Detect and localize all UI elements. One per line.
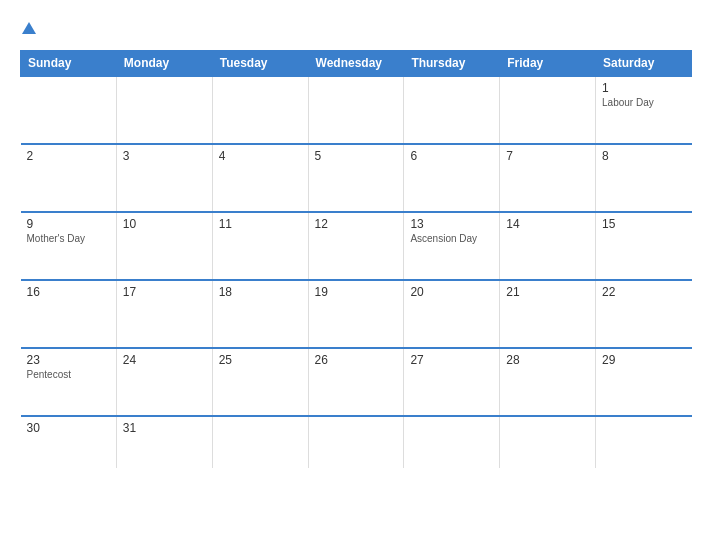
calendar-cell: 19 bbox=[308, 280, 404, 348]
calendar-cell: 27 bbox=[404, 348, 500, 416]
day-number: 12 bbox=[315, 217, 398, 231]
calendar-week-5: 23Pentecost242526272829 bbox=[21, 348, 692, 416]
day-number: 8 bbox=[602, 149, 685, 163]
calendar-cell: 2 bbox=[21, 144, 117, 212]
calendar-week-3: 9Mother's Day10111213Ascension Day1415 bbox=[21, 212, 692, 280]
day-number: 3 bbox=[123, 149, 206, 163]
day-number: 22 bbox=[602, 285, 685, 299]
calendar-cell bbox=[500, 416, 596, 468]
day-header-friday: Friday bbox=[500, 50, 596, 76]
day-number: 26 bbox=[315, 353, 398, 367]
day-event: Labour Day bbox=[602, 97, 685, 108]
calendar-cell: 6 bbox=[404, 144, 500, 212]
calendar-cell: 4 bbox=[212, 144, 308, 212]
calendar-cell bbox=[500, 76, 596, 144]
calendar-cell bbox=[404, 416, 500, 468]
calendar-week-4: 16171819202122 bbox=[21, 280, 692, 348]
calendar-cell: 21 bbox=[500, 280, 596, 348]
day-number: 4 bbox=[219, 149, 302, 163]
day-number: 6 bbox=[410, 149, 493, 163]
calendar-header-row: SundayMondayTuesdayWednesdayThursdayFrid… bbox=[21, 50, 692, 76]
calendar-cell: 30 bbox=[21, 416, 117, 468]
calendar-cell bbox=[308, 416, 404, 468]
day-event: Mother's Day bbox=[27, 233, 110, 244]
day-number: 7 bbox=[506, 149, 589, 163]
day-number: 11 bbox=[219, 217, 302, 231]
header bbox=[20, 18, 692, 36]
day-number: 5 bbox=[315, 149, 398, 163]
calendar-cell: 1Labour Day bbox=[596, 76, 692, 144]
calendar-cell: 28 bbox=[500, 348, 596, 416]
day-number: 27 bbox=[410, 353, 493, 367]
page: SundayMondayTuesdayWednesdayThursdayFrid… bbox=[0, 0, 712, 550]
day-number: 30 bbox=[27, 421, 110, 435]
day-number: 15 bbox=[602, 217, 685, 231]
day-event: Ascension Day bbox=[410, 233, 493, 244]
day-number: 10 bbox=[123, 217, 206, 231]
day-number: 20 bbox=[410, 285, 493, 299]
calendar-cell bbox=[308, 76, 404, 144]
logo bbox=[20, 18, 36, 36]
calendar-cell: 17 bbox=[116, 280, 212, 348]
calendar-cell bbox=[21, 76, 117, 144]
day-number: 14 bbox=[506, 217, 589, 231]
day-number: 31 bbox=[123, 421, 206, 435]
day-number: 16 bbox=[27, 285, 110, 299]
calendar-cell: 8 bbox=[596, 144, 692, 212]
calendar-cell: 13Ascension Day bbox=[404, 212, 500, 280]
calendar-cell: 22 bbox=[596, 280, 692, 348]
calendar-cell bbox=[212, 416, 308, 468]
calendar-week-2: 2345678 bbox=[21, 144, 692, 212]
calendar-cell: 7 bbox=[500, 144, 596, 212]
calendar-cell: 15 bbox=[596, 212, 692, 280]
day-event: Pentecost bbox=[27, 369, 110, 380]
calendar-week-1: 1Labour Day bbox=[21, 76, 692, 144]
calendar-cell: 11 bbox=[212, 212, 308, 280]
calendar-cell: 31 bbox=[116, 416, 212, 468]
calendar-cell bbox=[596, 416, 692, 468]
day-header-saturday: Saturday bbox=[596, 50, 692, 76]
day-number: 21 bbox=[506, 285, 589, 299]
calendar-cell: 12 bbox=[308, 212, 404, 280]
day-number: 23 bbox=[27, 353, 110, 367]
day-number: 18 bbox=[219, 285, 302, 299]
calendar-cell bbox=[404, 76, 500, 144]
calendar-cell: 29 bbox=[596, 348, 692, 416]
calendar-cell bbox=[212, 76, 308, 144]
calendar-cell: 26 bbox=[308, 348, 404, 416]
day-number: 1 bbox=[602, 81, 685, 95]
calendar-cell: 25 bbox=[212, 348, 308, 416]
day-number: 29 bbox=[602, 353, 685, 367]
calendar-table: SundayMondayTuesdayWednesdayThursdayFrid… bbox=[20, 50, 692, 468]
day-number: 28 bbox=[506, 353, 589, 367]
calendar-cell: 9Mother's Day bbox=[21, 212, 117, 280]
calendar-cell: 18 bbox=[212, 280, 308, 348]
calendar-cell: 20 bbox=[404, 280, 500, 348]
logo-triangle-icon bbox=[22, 22, 36, 34]
calendar-cell: 24 bbox=[116, 348, 212, 416]
calendar-cell: 3 bbox=[116, 144, 212, 212]
day-number: 25 bbox=[219, 353, 302, 367]
day-number: 24 bbox=[123, 353, 206, 367]
calendar-week-6: 3031 bbox=[21, 416, 692, 468]
day-header-thursday: Thursday bbox=[404, 50, 500, 76]
calendar-cell bbox=[116, 76, 212, 144]
calendar-cell: 5 bbox=[308, 144, 404, 212]
day-number: 9 bbox=[27, 217, 110, 231]
calendar-cell: 14 bbox=[500, 212, 596, 280]
day-header-monday: Monday bbox=[116, 50, 212, 76]
calendar-cell: 10 bbox=[116, 212, 212, 280]
day-header-wednesday: Wednesday bbox=[308, 50, 404, 76]
day-header-sunday: Sunday bbox=[21, 50, 117, 76]
day-number: 19 bbox=[315, 285, 398, 299]
calendar-cell: 23Pentecost bbox=[21, 348, 117, 416]
logo-general bbox=[20, 18, 36, 36]
calendar-cell: 16 bbox=[21, 280, 117, 348]
day-number: 2 bbox=[27, 149, 110, 163]
day-number: 17 bbox=[123, 285, 206, 299]
day-header-tuesday: Tuesday bbox=[212, 50, 308, 76]
day-number: 13 bbox=[410, 217, 493, 231]
